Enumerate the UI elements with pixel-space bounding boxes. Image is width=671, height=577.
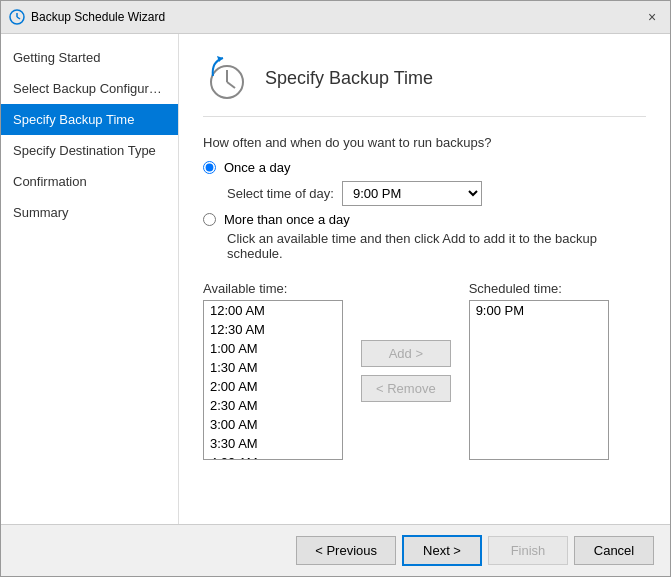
scheduled-label: Scheduled time:: [469, 281, 609, 296]
sidebar-item-specify-destination-type[interactable]: Specify Destination Type: [1, 135, 178, 166]
wizard-window: Backup Schedule Wizard × Getting Started…: [0, 0, 671, 577]
next-button[interactable]: Next >: [402, 535, 482, 566]
page-header: Specify Backup Time: [203, 54, 646, 117]
more-than-once-label[interactable]: More than once a day: [224, 212, 350, 227]
list-item[interactable]: 3:00 AM: [204, 415, 342, 434]
time-of-day-select[interactable]: 12:00 AM12:30 AM1:00 AM1:30 AM2:00 AM2:3…: [342, 181, 482, 206]
main-panel: Specify Backup Time How often and when d…: [179, 34, 670, 524]
once-a-day-radio[interactable]: [203, 161, 216, 174]
more-than-once-row: More than once a day: [203, 212, 646, 227]
finish-button[interactable]: Finish: [488, 536, 568, 565]
svg-line-5: [227, 82, 235, 88]
app-icon: [9, 9, 25, 25]
remove-button[interactable]: < Remove: [361, 375, 451, 402]
sidebar-item-select-backup-config[interactable]: Select Backup Configurat...: [1, 73, 178, 104]
list-item[interactable]: 3:30 AM: [204, 434, 342, 453]
titlebar: Backup Schedule Wizard ×: [1, 1, 670, 34]
scheduled-listbox[interactable]: 9:00 PM: [469, 300, 609, 460]
once-a-day-label[interactable]: Once a day: [224, 160, 291, 175]
list-item[interactable]: 12:00 AM: [204, 301, 342, 320]
scheduled-column: Scheduled time: 9:00 PM: [469, 281, 609, 460]
list-item[interactable]: 2:30 AM: [204, 396, 342, 415]
sidebar-item-summary[interactable]: Summary: [1, 197, 178, 228]
list-item[interactable]: 9:00 PM: [470, 301, 608, 320]
more-than-once-radio[interactable]: [203, 213, 216, 226]
window-title: Backup Schedule Wizard: [31, 10, 165, 24]
svg-line-2: [17, 17, 20, 19]
available-column: Available time: 12:00 AM12:30 AM1:00 AM1…: [203, 281, 343, 460]
once-a-day-row: Once a day: [203, 160, 646, 175]
titlebar-left: Backup Schedule Wizard: [9, 9, 165, 25]
more-than-once-desc: Click an available time and then click A…: [227, 231, 646, 261]
previous-button[interactable]: < Previous: [296, 536, 396, 565]
page-title: Specify Backup Time: [265, 68, 433, 89]
available-listbox[interactable]: 12:00 AM12:30 AM1:00 AM1:30 AM2:00 AM2:3…: [203, 300, 343, 460]
select-time-label: Select time of day:: [227, 186, 334, 201]
add-remove-buttons: Add > < Remove: [353, 281, 459, 460]
list-item[interactable]: 4:00 AM: [204, 453, 342, 460]
list-item[interactable]: 1:30 AM: [204, 358, 342, 377]
list-item[interactable]: 2:00 AM: [204, 377, 342, 396]
time-select-row: Select time of day: 12:00 AM12:30 AM1:00…: [227, 181, 646, 206]
sidebar: Getting StartedSelect Backup Configurat.…: [1, 34, 179, 524]
sidebar-item-confirmation[interactable]: Confirmation: [1, 166, 178, 197]
sidebar-item-getting-started[interactable]: Getting Started: [1, 42, 178, 73]
list-item[interactable]: 1:00 AM: [204, 339, 342, 358]
cancel-button[interactable]: Cancel: [574, 536, 654, 565]
available-label: Available time:: [203, 281, 343, 296]
list-item[interactable]: 12:30 AM: [204, 320, 342, 339]
question-text: How often and when do you want to run ba…: [203, 135, 646, 150]
content-area: Getting StartedSelect Backup Configurat.…: [1, 34, 670, 524]
add-button[interactable]: Add >: [361, 340, 451, 367]
close-button[interactable]: ×: [642, 7, 662, 27]
time-lists-section: Available time: 12:00 AM12:30 AM1:00 AM1…: [203, 281, 646, 460]
sidebar-item-specify-backup-time[interactable]: Specify Backup Time: [1, 104, 178, 135]
header-icon: [203, 54, 251, 102]
footer: < Previous Next > Finish Cancel: [1, 524, 670, 576]
